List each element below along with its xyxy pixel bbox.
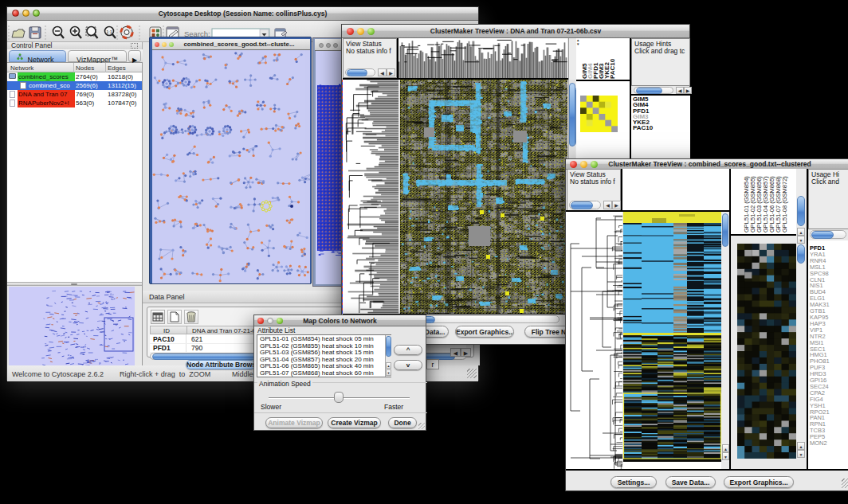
svg-text:GPL51-08 (GSM872): GPL51-08 (GSM872)	[781, 176, 788, 232]
svg-text:1:1: 1:1	[106, 29, 112, 34]
svg-text:PAC10: PAC10	[609, 58, 616, 79]
